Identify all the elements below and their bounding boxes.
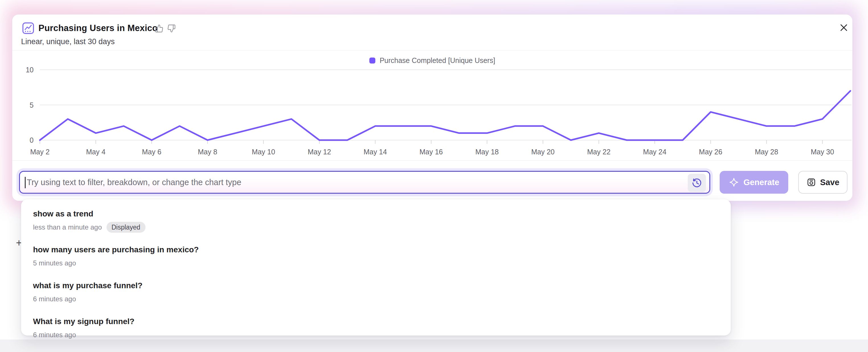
page-bottom-band: [0, 340, 868, 352]
history-item-time: 6 minutes ago: [33, 331, 76, 339]
history-item-query: What is my signup funnel?: [33, 316, 719, 327]
save-button[interactable]: Save: [798, 171, 847, 194]
history-dropdown: show as a trendless than a minute agoDis…: [21, 199, 731, 335]
history-item[interactable]: what is my purchase funnel?6 minutes ago: [31, 279, 721, 305]
close-icon[interactable]: [838, 22, 849, 33]
text-caret: [25, 177, 26, 188]
y-axis-label: 10: [26, 66, 34, 74]
header-divider: [12, 50, 852, 51]
x-axis-label: May 14: [364, 148, 387, 156]
x-axis-label: May 30: [811, 148, 834, 156]
chart-subtitle: Linear, unique, last 30 days: [21, 37, 115, 46]
x-axis-label: May 16: [420, 148, 443, 156]
history-item-time: less than a minute ago: [33, 223, 102, 231]
thumbs-down-icon[interactable]: [167, 24, 176, 33]
x-axis-label: May 2: [30, 148, 50, 156]
history-item[interactable]: What is my signup funnel?6 minutes ago: [31, 315, 721, 341]
history-item-query: what is my purchase funnel?: [33, 280, 719, 291]
sparkle-icon: [729, 177, 739, 187]
x-axis-label: May 20: [531, 148, 555, 156]
displayed-badge: Displayed: [106, 222, 146, 233]
history-item-meta: 6 minutes ago: [33, 293, 719, 305]
prompt-input[interactable]: [19, 171, 710, 194]
thumbs-up-icon[interactable]: [155, 24, 163, 33]
x-axis-label: May 26: [699, 148, 722, 156]
history-item-time: 5 minutes ago: [33, 259, 76, 267]
history-item[interactable]: show as a trendless than a minute agoDis…: [31, 207, 721, 233]
insights-chart-icon: [22, 22, 34, 34]
x-axis-label: May 4: [86, 148, 105, 156]
generate-button-label: Generate: [744, 178, 779, 187]
x-axis-label: May 12: [308, 148, 331, 156]
x-axis-label: May 10: [252, 148, 275, 156]
history-item-meta: 5 minutes ago: [33, 257, 719, 269]
x-axis-label: May 28: [755, 148, 778, 156]
y-axis-label: 0: [30, 136, 34, 144]
x-axis-label: May 18: [475, 148, 499, 156]
line-chart: 0510May 2May 4May 6May 8May 10May 12May …: [12, 62, 852, 160]
page-title: Purchasing Users in Mexico: [38, 22, 158, 34]
history-item[interactable]: how many users are purchasing in mexico?…: [31, 243, 721, 269]
series-line: [40, 91, 850, 140]
x-axis-label: May 24: [643, 148, 666, 156]
history-item-meta: less than a minute agoDisplayed: [33, 222, 719, 233]
x-axis-label: May 6: [142, 148, 161, 156]
y-axis-label: 5: [30, 101, 34, 109]
save-icon: [806, 178, 816, 187]
history-item-time: 6 minutes ago: [33, 295, 76, 303]
generate-button[interactable]: Generate: [720, 171, 788, 194]
history-icon[interactable]: [688, 174, 706, 192]
save-button-label: Save: [820, 178, 839, 187]
chart-prompt-divider: [12, 160, 852, 161]
x-axis-label: May 22: [587, 148, 611, 156]
x-axis-label: May 8: [198, 148, 217, 156]
history-item-meta: 6 minutes ago: [33, 329, 719, 341]
chart-modal-card: Purchasing Users in Mexico Linear, uniqu…: [12, 14, 852, 201]
history-item-query: how many users are purchasing in mexico?: [33, 244, 719, 255]
history-item-query: show as a trend: [33, 209, 719, 219]
